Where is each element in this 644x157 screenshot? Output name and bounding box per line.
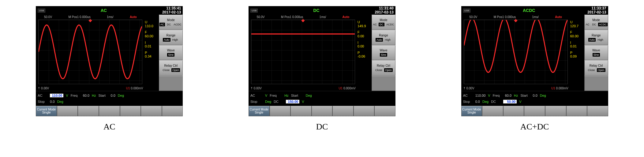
- range-button-option-high[interactable]: High: [384, 38, 391, 42]
- plot-footer: ⤒ 0.00VU1 0.000mV: [461, 85, 570, 91]
- parameter-bar: AC110.00VFreq60.0HzStart0.0DegStop0.0Deg: [36, 91, 183, 106]
- tab-empty[interactable]: [270, 106, 291, 116]
- range-button[interactable]: RangeAutoHigh: [584, 30, 608, 45]
- titlebar: USBAC11:35:412017-02-13: [36, 6, 183, 15]
- range-button[interactable]: RangeAutoHigh: [372, 30, 395, 45]
- wave-button-option-sine[interactable]: Sine: [167, 53, 174, 57]
- relay-button-option-open[interactable]: Open: [597, 68, 605, 72]
- relay-button[interactable]: Relay CtrlCloseOpen: [584, 60, 608, 76]
- mode-button[interactable]: ModeACDCACDC: [372, 15, 395, 30]
- tab-empty[interactable]: [374, 106, 395, 116]
- relay-button-label: Relay Ctrl: [590, 64, 603, 67]
- relay-button[interactable]: Relay CtrlCloseOpen: [159, 60, 183, 76]
- tab-empty[interactable]: [57, 106, 78, 116]
- param-input[interactable]: 50.00: [503, 100, 517, 103]
- usb-icon: USB: [38, 9, 45, 13]
- relay-button-label: Relay Ctrl: [164, 64, 178, 67]
- range-button[interactable]: RangeAutoHigh: [159, 30, 183, 45]
- tab-empty[interactable]: [141, 106, 162, 116]
- param-unit: Deg: [118, 94, 124, 97]
- plot-footer: ⤒ 0.00VU1 0.000mV: [249, 85, 358, 91]
- mode-button-label: Mode: [380, 18, 387, 22]
- tab-empty[interactable]: [78, 106, 99, 116]
- mode-button-option-ac[interactable]: AC: [159, 23, 165, 26]
- relay-button-option-close[interactable]: Close: [374, 68, 383, 72]
- param-unit: V: [519, 100, 521, 103]
- param-input[interactable]: 150.00: [286, 100, 299, 103]
- tab-empty[interactable]: [162, 106, 183, 116]
- mode-button-option-dc[interactable]: DC: [166, 23, 172, 26]
- mode-button[interactable]: ModeACDCACDC: [159, 15, 183, 30]
- tab-empty[interactable]: [290, 106, 312, 116]
- wave-button[interactable]: WaveSine: [372, 45, 395, 61]
- param-value: 0.0: [533, 94, 537, 97]
- tab-empty[interactable]: [482, 106, 503, 116]
- tab-empty[interactable]: [332, 106, 354, 116]
- bottom-tabs: Current Mode Single: [36, 106, 183, 116]
- oscilloscope-screen: USBACDC11:33:372017-02-1350.0VM Pos1 0.0…: [461, 6, 608, 116]
- relay-button-option-close[interactable]: Close: [162, 68, 170, 72]
- param-input[interactable]: 110.00: [50, 94, 63, 97]
- range-button-label: Range: [379, 34, 388, 37]
- relay-button-option-close[interactable]: Close: [587, 68, 596, 72]
- range-button-option-auto[interactable]: Auto: [376, 38, 383, 42]
- mode-button-option-acdc[interactable]: ACDC: [598, 23, 608, 26]
- param-unit: Deg: [540, 94, 546, 97]
- wave-button-option-sine[interactable]: Sine: [380, 53, 387, 57]
- usb-icon: USB: [463, 9, 470, 13]
- relay-button[interactable]: Relay CtrlCloseOpen: [372, 60, 395, 76]
- plot-header: 50.0VM Pos1 0.000us1ms/Auto: [461, 15, 570, 19]
- mode-button-option-dc[interactable]: DC: [379, 23, 384, 26]
- tab-empty[interactable]: [99, 106, 120, 116]
- relay-button-option-open[interactable]: Open: [171, 68, 180, 72]
- mode-button-label: Mode: [592, 18, 600, 22]
- wave-button-option-sine[interactable]: Sine: [593, 53, 600, 57]
- softkey-blank: [372, 76, 395, 91]
- tab-empty[interactable]: [566, 106, 587, 116]
- param-label: Freq: [493, 94, 503, 97]
- datetime: 11:35:412017-02-13: [162, 6, 181, 14]
- mode-button-option-ac[interactable]: AC: [585, 23, 590, 26]
- tab-current-mode[interactable]: Current Mode Single: [249, 106, 270, 116]
- range-button-option-auto[interactable]: Auto: [163, 38, 170, 42]
- tab-empty[interactable]: [524, 106, 545, 116]
- param-value: 110.00: [475, 94, 486, 97]
- param-unit: V: [488, 94, 490, 97]
- scope-panel-2: USBACDC11:33:372017-02-1350.0VM Pos1 0.0…: [461, 6, 608, 151]
- range-button-option-high[interactable]: High: [597, 38, 604, 42]
- tab-current-mode[interactable]: Current Mode Single: [36, 106, 57, 116]
- param-label: Start: [99, 94, 108, 97]
- param-label: Stop: [463, 100, 473, 103]
- datetime: 11:31:402017-02-13: [375, 6, 394, 14]
- plot-footer: ⤒ 0.00VU1 0.000mV: [36, 85, 145, 91]
- mode-button-option-dc[interactable]: DC: [591, 23, 597, 26]
- waveform-plot: 50.0VM Pos1 0.000us1ms/Auto⤒ 0.00VU1 0.0…: [249, 15, 358, 91]
- mode-button-option-acdc[interactable]: ACDC: [385, 23, 395, 26]
- parameter-bar: ACVFreqHzStartDegStopDegDC150.00V: [249, 91, 395, 106]
- mode-button-option-acdc[interactable]: ACDC: [173, 23, 182, 26]
- param-label: AC: [250, 94, 260, 97]
- tab-empty[interactable]: [120, 106, 141, 116]
- tab-empty[interactable]: [354, 106, 375, 116]
- parameter-bar: AC110.00VFreq60.0HzStart0.0DegStop0.0Deg…: [461, 91, 608, 106]
- mode-button[interactable]: ModeACDCACDC: [584, 15, 608, 30]
- titlebar: USBACDC11:33:372017-02-13: [461, 6, 608, 15]
- wave-button[interactable]: WaveSine: [584, 45, 608, 61]
- param-label: Stop: [250, 100, 260, 103]
- param-value: 60.0: [83, 94, 89, 97]
- plot-header: 50.0VM Pos1 0.000us1ms/Auto: [249, 15, 358, 19]
- tab-empty[interactable]: [312, 106, 333, 116]
- range-button-option-high[interactable]: High: [171, 38, 179, 42]
- range-button-option-auto[interactable]: Auto: [588, 38, 596, 42]
- mode-button-option-ac[interactable]: AC: [372, 23, 378, 26]
- wave-button[interactable]: WaveSine: [159, 45, 183, 61]
- param-label: DC: [491, 100, 501, 103]
- param-label: Start: [521, 94, 530, 97]
- tab-empty[interactable]: [587, 106, 608, 116]
- plot-header: 50.0VM Pos1 0.000us1ms/Auto: [36, 15, 145, 19]
- tab-current-mode[interactable]: Current Mode Single: [461, 106, 482, 116]
- softkey-sidebar: ModeACDCACDCRangeAutoHighWaveSineRelay C…: [584, 15, 608, 91]
- tab-empty[interactable]: [545, 106, 566, 116]
- tab-empty[interactable]: [503, 106, 524, 116]
- relay-button-option-open[interactable]: Open: [384, 68, 393, 72]
